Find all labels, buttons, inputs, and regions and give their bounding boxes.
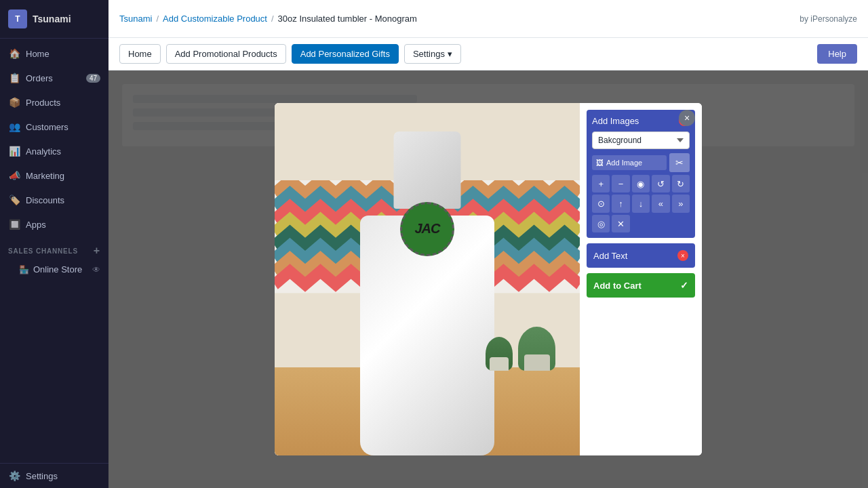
tab-personalized-gifts[interactable]: Add Personalized Gifts (292, 44, 399, 64)
topbar: Tsunami / Add Customizable Product / 30o… (108, 0, 868, 38)
plant-small (486, 337, 513, 371)
modal-body: JAC (275, 103, 702, 455)
discounts-icon: 🏷️ (8, 194, 20, 206)
logo-icon: T (8, 9, 27, 28)
zoom-out-button[interactable]: − (612, 175, 629, 192)
prev-button[interactable]: « (652, 195, 669, 212)
analytics-icon: 📊 (8, 145, 20, 157)
home-icon: 🏠 (8, 47, 20, 60)
rotate-left-button[interactable]: ↺ (652, 175, 669, 192)
breadcrumb-add-product[interactable]: Add Customizable Product (163, 14, 267, 24)
rotate-right-button[interactable]: ↻ (672, 175, 690, 192)
zoom-in-button[interactable]: + (592, 175, 610, 192)
sidebar: T Tsunami 🏠 Home 📋 Orders 47 📦 Products … (0, 0, 108, 488)
sidebar-item-label: Settings (26, 471, 58, 481)
breadcrumb-current: 30oz Insulated tumbler - Monogram (278, 14, 417, 24)
topbar-branding: by iPersonalyze (800, 14, 857, 24)
add-image-row: 🖼 Add Image ✂ (592, 153, 690, 172)
product-image-panel: JAC (275, 103, 580, 455)
sidebar-item-products[interactable]: 📦 Products (0, 90, 108, 115)
add-text-button[interactable]: Add Text × (587, 243, 695, 268)
orders-badge: 47 (86, 74, 100, 83)
sidebar-item-online-store[interactable]: 🏪 Online Store 👁 (0, 260, 108, 279)
sidebar-item-discounts[interactable]: 🏷️ Discounts (0, 188, 108, 212)
add-sales-channel-icon[interactable]: + (94, 245, 100, 257)
products-icon: 📦 (8, 96, 20, 108)
sidebar-item-apps[interactable]: 🔲 Apps (0, 212, 108, 237)
main-area: Tsunami / Add Customizable Product / 30o… (108, 0, 868, 488)
monogram-circle: JAC (400, 202, 454, 256)
tab-promotional-products[interactable]: Add Promotional Products (166, 44, 286, 64)
checkmark-icon: ✓ (680, 280, 688, 291)
flip-button[interactable]: ⊙ (592, 195, 610, 212)
next-button[interactable]: » (672, 195, 690, 212)
sidebar-item-label: Home (26, 49, 50, 59)
settings-icon: ⚙️ (8, 470, 20, 482)
circle-button[interactable]: ◉ (632, 175, 650, 192)
sidebar-sub-label: Online Store (33, 264, 82, 274)
orders-icon: 📋 (8, 72, 20, 84)
plant-area (486, 327, 555, 371)
sidebar-item-label: Orders (26, 73, 53, 83)
tab-settings[interactable]: Settings ▾ (404, 44, 461, 64)
add-cart-label: Add to Cart (593, 281, 642, 291)
image-icon: 🖼 (596, 159, 604, 167)
settings-chevron-icon: ▾ (448, 49, 452, 59)
sidebar-logo: T Tsunami (0, 0, 108, 39)
sidebar-item-home[interactable]: 🏠 Home (0, 41, 108, 66)
modal-overlay: × (108, 70, 868, 488)
content-background: × (108, 70, 868, 488)
help-button[interactable]: Help (817, 44, 857, 64)
breadcrumb-sep-1: / (156, 14, 159, 24)
add-to-cart-button[interactable]: Add to Cart ✓ (587, 273, 695, 298)
scissors-button[interactable]: ✂ (669, 153, 690, 172)
add-images-label: Add Images (592, 116, 639, 126)
add-images-section: Add Images × Bakcground Foreground 🖼 A (587, 110, 695, 238)
breadcrumb: Tsunami / Add Customizable Product / 30o… (119, 14, 417, 24)
modal-close-button[interactable]: × (679, 110, 695, 126)
sidebar-item-settings[interactable]: ⚙️ Settings (0, 464, 108, 488)
customizer-right-panel: Add Images × Bakcground Foreground 🖼 A (580, 103, 702, 455)
breadcrumb-tsunami[interactable]: Tsunami (119, 14, 152, 24)
sidebar-bottom: ⚙️ Settings (0, 463, 108, 488)
add-images-header: Add Images × (592, 115, 690, 126)
move-up-button[interactable]: ↑ (612, 195, 629, 212)
tabsbar: Home Add Promotional Products Add Person… (108, 38, 868, 70)
visibility-icon[interactable]: 👁 (92, 265, 100, 274)
sidebar-item-orders[interactable]: 📋 Orders 47 (0, 66, 108, 90)
sidebar-item-customers[interactable]: 👥 Customers (0, 115, 108, 139)
sidebar-item-label: Products (26, 98, 60, 108)
product-customizer-modal: × (275, 103, 702, 455)
sidebar-nav: 🏠 Home 📋 Orders 47 📦 Products 👥 Customer… (0, 39, 108, 463)
monogram-text: JAC (414, 221, 439, 237)
tab-home[interactable]: Home (119, 44, 161, 64)
sidebar-item-label: Apps (26, 220, 46, 230)
target-button[interactable]: ◎ (592, 215, 610, 232)
add-image-button[interactable]: 🖼 Add Image (592, 155, 667, 170)
sidebar-item-label: Marketing (26, 171, 64, 181)
sidebar-item-analytics[interactable]: 📊 Analytics (0, 139, 108, 163)
sidebar-item-label: Customers (26, 122, 68, 132)
apps-icon: 🔲 (8, 218, 20, 230)
plant-large (518, 327, 555, 371)
image-tool-grid: + − ◉ ↺ ↻ ⊙ ↑ ↓ « » ◎ ✕ (592, 175, 690, 232)
add-text-close-icon[interactable]: × (677, 250, 688, 261)
breadcrumb-sep-2: / (271, 14, 274, 24)
sales-channels-section: SALES CHANNELS + (0, 237, 108, 260)
store-icon: 🏪 (19, 265, 29, 274)
logo-text: Tsunami (33, 14, 71, 24)
move-down-button[interactable]: ↓ (632, 195, 650, 212)
add-text-label: Add Text (593, 251, 627, 261)
sidebar-item-label: Discounts (26, 195, 64, 205)
layer-select[interactable]: Bakcground Foreground (592, 131, 690, 149)
sidebar-item-label: Analytics (26, 146, 61, 157)
tumbler-lid (394, 131, 461, 209)
customers-icon: 👥 (8, 121, 20, 133)
sidebar-item-marketing[interactable]: 📣 Marketing (0, 163, 108, 188)
marketing-icon: 📣 (8, 169, 20, 182)
sales-channels-label: SALES CHANNELS (8, 247, 78, 255)
delete-button[interactable]: ✕ (612, 215, 629, 232)
tumbler-background: JAC (275, 103, 580, 455)
